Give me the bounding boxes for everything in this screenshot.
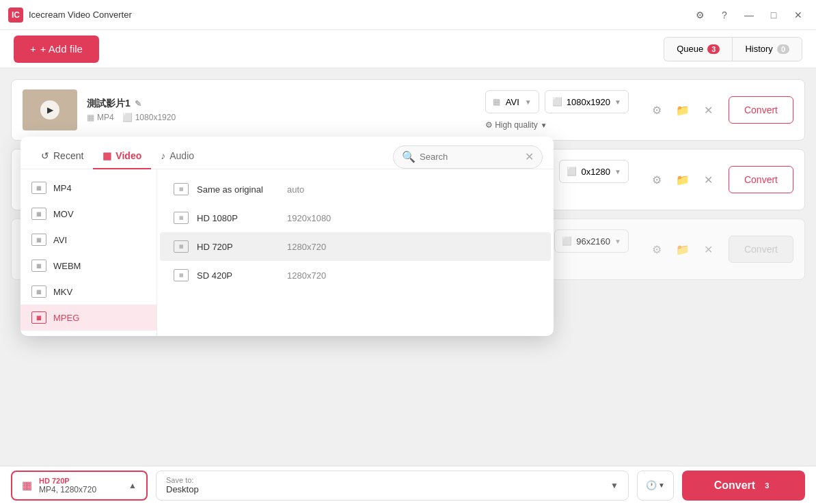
mkv-icon: ▦: [31, 285, 46, 298]
format-mkv[interactable]: ▦ MKV: [21, 279, 157, 305]
convert-button-1[interactable]: Convert: [729, 96, 793, 124]
chevron-down-icon-res-1: ▼: [614, 98, 621, 106]
convert-button-2[interactable]: Convert: [729, 166, 793, 193]
app-title: Icecream Video Converter: [29, 10, 690, 20]
monitor-icon-target-2: ⬜: [567, 167, 577, 176]
save-to-label: Save to:: [166, 476, 605, 484]
avi-icon: ▦: [31, 234, 46, 246]
topbar: + + Add file Queue 3 History 0: [0, 30, 816, 68]
clock-chevron-icon: ▼: [658, 481, 665, 489]
selected-format-display[interactable]: ▦ HD 720P MP4, 1280x720 ▲: [11, 471, 148, 501]
webm-icon: ▦: [31, 260, 46, 272]
search-icon: 🔍: [402, 150, 416, 163]
delete-file-2[interactable]: ✕: [698, 169, 719, 190]
target-res-select-1[interactable]: ⬜ 1080x1920 ▼: [545, 90, 629, 113]
clock-icon: 🕐: [646, 480, 657, 490]
format-mp4[interactable]: ▦ MP4: [21, 175, 157, 201]
delete-file-3[interactable]: ✕: [698, 239, 719, 260]
folder-file-3[interactable]: 📁: [672, 239, 693, 260]
res-sd420-icon: ▦: [174, 269, 189, 281]
format-dropdown-panel: ↺ Recent ▦ Video ♪ Audio 🔍 ✕ ▦: [21, 137, 554, 336]
dropdown-body: ▦ MP4 ▦ MOV ▦ AVI ▦ WEBM ▦ MKV: [21, 169, 554, 336]
res-hd720[interactable]: ▦ HD 720P 1280x720: [160, 232, 551, 261]
monitor-icon-target-3: ⬜: [562, 236, 572, 246]
help-button[interactable]: ?: [715, 5, 734, 25]
play-icon-1[interactable]: ▶: [40, 100, 59, 120]
queue-history-group: Queue 3 History 0: [664, 37, 802, 61]
folder-file-2[interactable]: 📁: [672, 169, 693, 190]
save-to-value: Desktop: [166, 484, 605, 494]
format-mov[interactable]: ▦ MOV: [21, 201, 157, 227]
delete-file-1[interactable]: ✕: [698, 100, 719, 120]
quality-select-1[interactable]: ⚙ High quality ▼: [485, 120, 547, 130]
settings-file-2[interactable]: ⚙: [647, 169, 667, 190]
video-icon: ▦: [103, 150, 111, 161]
history-label: History: [745, 44, 772, 54]
tab-recent[interactable]: ↺ Recent: [31, 145, 93, 169]
tab-audio[interactable]: ♪ Audio: [151, 145, 204, 169]
close-button[interactable]: ✕: [789, 5, 808, 25]
queue-badge: 3: [707, 44, 720, 54]
resolution-list: ▦ Same as original auto ▦ HD 1080P 1920x…: [157, 169, 554, 336]
settings-file-3[interactable]: ⚙: [647, 239, 667, 260]
source-format-1: ▦ MP4: [87, 113, 114, 122]
folder-file-1[interactable]: 📁: [672, 100, 693, 120]
tab-video[interactable]: ▦ Video: [93, 145, 151, 169]
file-meta-1: ▦ MP4 ⬜ 1080x1920: [87, 113, 462, 122]
minimize-button[interactable]: —: [739, 5, 759, 25]
target-res-select-2[interactable]: ⬜ 0x1280 ▼: [559, 160, 629, 183]
dropdown-tabs: ↺ Recent ▦ Video ♪ Audio 🔍 ✕: [21, 137, 554, 169]
search-close-icon[interactable]: ✕: [525, 150, 534, 163]
file-actions-1: ⚙ 📁 ✕: [647, 100, 719, 120]
titlebar: IC Icecream Video Converter ⚙ ? — □ ✕: [0, 0, 816, 30]
audio-icon: ♪: [161, 150, 165, 161]
queue-button[interactable]: Queue 3: [664, 37, 732, 61]
format-list: ▦ MP4 ▦ MOV ▦ AVI ▦ WEBM ▦ MKV: [21, 169, 157, 336]
source-res-1: ⬜ 1080x1920: [122, 113, 176, 122]
save-to-selector[interactable]: Save to: Desktop ▼: [156, 471, 629, 501]
res-same[interactable]: ▦ Same as original auto: [160, 175, 551, 204]
res-hd720-icon: ▦: [174, 240, 189, 253]
selected-format-label: HD 720P: [39, 477, 122, 485]
chevron-down-save-icon: ▼: [610, 481, 618, 490]
edit-icon-1[interactable]: ✎: [135, 99, 141, 109]
res-same-icon: ▦: [174, 183, 189, 195]
convert-all-button[interactable]: Convert 3: [682, 471, 805, 501]
file-info-1: 測試影片1 ✎ ▦ MP4 ⬜ 1080x1920: [87, 98, 462, 122]
format-avi[interactable]: ▦ AVI: [21, 227, 157, 253]
film-icon-target-1: ▦: [493, 97, 500, 107]
clock-history-button[interactable]: 🕐 ▼: [637, 471, 674, 501]
selected-format-info: HD 720P MP4, 1280x720: [39, 477, 122, 494]
file-actions-2: ⚙ 📁 ✕: [647, 169, 719, 190]
chevron-down-icon: ▼: [525, 98, 532, 106]
target-format-select-1[interactable]: ▦ AVI ▼: [485, 90, 539, 113]
search-input[interactable]: [420, 152, 522, 162]
res-sd420[interactable]: ▦ SD 420P 1280x720: [160, 261, 551, 290]
search-box: 🔍 ✕: [393, 145, 543, 169]
app-logo: IC: [8, 8, 23, 23]
settings-file-1[interactable]: ⚙: [647, 100, 667, 120]
history-badge: 0: [777, 44, 789, 54]
history-button[interactable]: History 0: [732, 37, 802, 61]
settings-button[interactable]: ⚙: [690, 5, 709, 25]
maximize-button[interactable]: □: [764, 5, 783, 25]
plus-icon: +: [30, 43, 36, 55]
res-hd1080[interactable]: ▦ HD 1080P 1920x1080: [160, 204, 551, 232]
film-icon-1: ▦: [87, 113, 94, 122]
add-file-button[interactable]: + + Add file: [14, 36, 99, 63]
quality-label-1: ⚙ High quality: [485, 120, 538, 130]
format-webm[interactable]: ▦ WEBM: [21, 253, 157, 279]
convert-button-3: Convert: [729, 236, 793, 263]
format-mpeg[interactable]: ▦ MPEG: [21, 305, 157, 331]
window-controls: ⚙ ? — □ ✕: [690, 5, 808, 25]
chevron-down-icon-res-2: ▼: [614, 168, 621, 176]
chevron-down-icon-res-3: ▼: [614, 238, 621, 245]
res-hd1080-icon: ▦: [174, 212, 189, 224]
chevron-down-quality-1: ▼: [541, 122, 547, 129]
target-res-select-3[interactable]: ⬜ 96x2160 ▼: [554, 229, 629, 253]
monitor-icon-1: ⬜: [122, 113, 133, 122]
target-settings-1: ▦ AVI ▼ ⬜ 1080x1920 ▼ ⚙ High quality ▼: [485, 90, 629, 130]
save-to-info: Save to: Desktop: [166, 476, 605, 494]
file-actions-3: ⚙ 📁 ✕: [647, 239, 719, 260]
mpeg-icon: ▦: [31, 311, 46, 324]
